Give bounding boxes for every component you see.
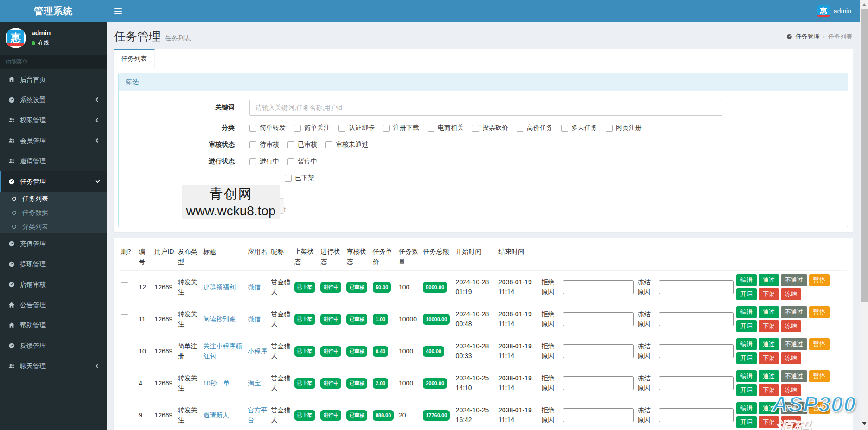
filter-option-注册下载[interactable]: 注册下载 bbox=[383, 124, 419, 132]
app-name-link[interactable]: 小程序 bbox=[248, 347, 267, 355]
开启-button[interactable]: 开启 bbox=[736, 352, 757, 364]
sidebar-item-后台首页[interactable]: 后台首页 bbox=[0, 69, 107, 90]
checkbox[interactable] bbox=[606, 125, 613, 132]
freeze-reason-input[interactable] bbox=[659, 280, 734, 294]
filter-option-待审核[interactable]: 待审核 bbox=[249, 141, 279, 149]
sidebar-item-公告管理[interactable]: 公告管理 bbox=[0, 295, 107, 315]
checkbox[interactable] bbox=[249, 125, 256, 132]
暂停-button[interactable]: 暂停 bbox=[809, 274, 830, 286]
sidebar-item-会员管理[interactable]: 会员管理 bbox=[0, 130, 107, 151]
filter-option-高价任务[interactable]: 高价任务 bbox=[517, 124, 553, 132]
scrollbar-thumb[interactable] bbox=[861, 9, 868, 302]
通过-button[interactable]: 通过 bbox=[759, 274, 779, 286]
编辑-button[interactable]: 编辑 bbox=[736, 370, 757, 382]
task-title-link[interactable]: 建群领福利 bbox=[203, 283, 236, 291]
app-logo[interactable]: 管理系统 bbox=[0, 0, 107, 22]
checkbox[interactable] bbox=[428, 125, 434, 132]
通过-button[interactable]: 通过 bbox=[759, 306, 779, 318]
sidebar-item-帮助管理[interactable]: 帮助管理 bbox=[0, 315, 107, 335]
scroll-up-icon[interactable] bbox=[860, 1, 868, 8]
filter-option-审核未通过[interactable]: 审核未通过 bbox=[326, 141, 368, 149]
checkbox[interactable] bbox=[472, 125, 479, 132]
checkbox[interactable] bbox=[561, 125, 568, 132]
task-title-link[interactable]: 阅读秒到账 bbox=[203, 315, 236, 323]
sidebar-item-充值管理[interactable]: 充值管理 bbox=[0, 233, 107, 254]
filter-option-认证绑卡[interactable]: 认证绑卡 bbox=[338, 124, 375, 132]
filter-option-网页注册[interactable]: 网页注册 bbox=[606, 124, 642, 132]
tab-task-list[interactable]: 任务列表 bbox=[114, 49, 155, 68]
sidebar-item-提现管理[interactable]: 提现管理 bbox=[0, 254, 107, 274]
编辑-button[interactable]: 编辑 bbox=[736, 274, 757, 286]
不通过-button[interactable]: 不通过 bbox=[781, 306, 807, 318]
编辑-button[interactable]: 编辑 bbox=[736, 338, 757, 350]
app-name-link[interactable]: 微信 bbox=[248, 283, 261, 291]
filter-option-投票砍价[interactable]: 投票砍价 bbox=[472, 124, 508, 132]
app-name-link[interactable]: 官方平台 bbox=[248, 406, 267, 424]
checkbox[interactable] bbox=[517, 125, 523, 132]
sidebar-item-反馈管理[interactable]: 反馈管理 bbox=[0, 335, 107, 356]
checkbox[interactable] bbox=[338, 125, 345, 132]
checkbox[interactable] bbox=[383, 125, 390, 132]
sidebar-item-聊天管理[interactable]: 聊天管理 bbox=[0, 356, 107, 376]
app-name-link[interactable]: 微信 bbox=[248, 315, 261, 323]
filter-option-已审核[interactable]: 已审核 bbox=[287, 141, 317, 149]
vertical-scrollbar[interactable] bbox=[860, 0, 868, 430]
task-title-link[interactable]: 10秒一单 bbox=[203, 379, 230, 387]
开启-button[interactable]: 开启 bbox=[736, 288, 757, 300]
下架-button[interactable]: 下架 bbox=[759, 352, 779, 364]
reject-reason-input[interactable] bbox=[563, 376, 634, 390]
暂停-button[interactable]: 暂停 bbox=[809, 370, 830, 382]
filter-option-进行中[interactable]: 进行中 bbox=[249, 157, 279, 166]
filter-option-电商相关[interactable]: 电商相关 bbox=[428, 124, 464, 132]
sidebar-subitem-任务列表[interactable]: 任务列表 bbox=[0, 192, 107, 205]
开启-button[interactable]: 开启 bbox=[736, 416, 757, 428]
通过-button[interactable]: 通过 bbox=[759, 338, 779, 350]
freeze-reason-input[interactable] bbox=[659, 408, 734, 422]
checkbox[interactable] bbox=[285, 175, 292, 182]
不通过-button[interactable]: 不通过 bbox=[781, 274, 807, 286]
row-checkbox[interactable] bbox=[121, 314, 128, 321]
reject-reason-input[interactable] bbox=[563, 280, 634, 294]
task-title-link[interactable]: 关注小程序领红包 bbox=[203, 342, 242, 359]
sidebar-subitem-分类列表[interactable]: 分类列表 bbox=[0, 219, 107, 233]
下架-button[interactable]: 下架 bbox=[759, 288, 779, 300]
task-title-link[interactable]: 邀请新人 bbox=[203, 411, 229, 419]
freeze-reason-input[interactable] bbox=[659, 312, 734, 326]
暂停-button[interactable]: 暂停 bbox=[809, 338, 830, 350]
编辑-button[interactable]: 编辑 bbox=[736, 306, 757, 318]
编辑-button[interactable]: 编辑 bbox=[736, 402, 757, 414]
checkbox[interactable] bbox=[287, 141, 294, 148]
row-checkbox[interactable] bbox=[121, 347, 128, 353]
冻结-button[interactable]: 冻结 bbox=[781, 320, 801, 332]
不通过-button[interactable]: 不通过 bbox=[781, 370, 807, 382]
checkbox[interactable] bbox=[287, 158, 294, 165]
sidebar-subitem-任务数据[interactable]: 任务数据 bbox=[0, 205, 107, 219]
filter-option-多天任务[interactable]: 多天任务 bbox=[561, 124, 597, 132]
checkbox[interactable] bbox=[249, 141, 256, 148]
通过-button[interactable]: 通过 bbox=[759, 370, 779, 382]
sidebar-toggle-icon[interactable] bbox=[107, 0, 129, 22]
app-name-link[interactable]: 淘宝 bbox=[248, 379, 261, 387]
navbar-user-menu[interactable]: 惠 admin bbox=[809, 0, 860, 22]
暂停-button[interactable]: 暂停 bbox=[809, 306, 830, 318]
sidebar-item-店铺审核[interactable]: 店铺审核 bbox=[0, 274, 107, 295]
下架-button[interactable]: 下架 bbox=[759, 320, 779, 332]
checkbox[interactable] bbox=[294, 125, 301, 132]
filter-option-暂停中[interactable]: 暂停中 bbox=[287, 157, 317, 166]
checkbox[interactable] bbox=[326, 141, 332, 148]
checkbox[interactable] bbox=[249, 158, 256, 165]
filter-option-简单关注[interactable]: 简单关注 bbox=[294, 124, 330, 132]
filter-option-已下架[interactable]: 已下架 bbox=[285, 174, 314, 182]
sidebar-item-权限管理[interactable]: 权限管理 bbox=[0, 110, 107, 130]
filter-option-简单转发[interactable]: 简单转发 bbox=[249, 124, 286, 132]
reject-reason-input[interactable] bbox=[563, 408, 634, 422]
sidebar-item-系统设置[interactable]: 系统设置 bbox=[0, 90, 107, 110]
breadcrumb-root[interactable]: 任务管理 bbox=[796, 32, 820, 41]
keyword-input[interactable] bbox=[249, 100, 722, 116]
开启-button[interactable]: 开启 bbox=[736, 384, 757, 396]
冻结-button[interactable]: 冻结 bbox=[781, 352, 801, 364]
row-checkbox[interactable] bbox=[121, 379, 128, 385]
freeze-reason-input[interactable] bbox=[659, 344, 734, 358]
开启-button[interactable]: 开启 bbox=[736, 320, 757, 332]
sidebar-item-任务管理[interactable]: 任务管理 bbox=[0, 171, 107, 192]
